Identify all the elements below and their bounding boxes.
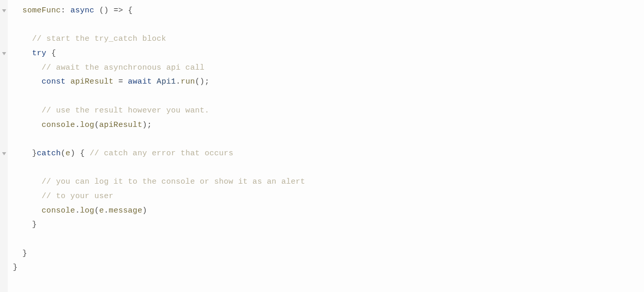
code-line[interactable]: // you can log it to the console or show… [13, 175, 305, 189]
gutter-row [0, 132, 8, 147]
token-op: => [113, 6, 123, 15]
token-keyword: try [32, 49, 46, 58]
token-comment: // you can log it to the console or show… [42, 177, 306, 186]
code-line[interactable]: someFunc: async () => { [13, 4, 305, 18]
code-line[interactable]: } [13, 261, 305, 275]
code-line[interactable]: console.log(e.message) [13, 204, 305, 218]
gutter-row [0, 232, 8, 247]
gutter-row [0, 4, 8, 18]
token-class: Api1 [157, 77, 176, 86]
gutter-row [0, 204, 8, 218]
token-keyword: async [71, 6, 95, 15]
token-comment: // to your user [42, 192, 114, 201]
fold-icon[interactable] [2, 9, 6, 12]
gutter-row [0, 18, 8, 33]
gutter-row [0, 61, 8, 75]
token-prop: message [109, 206, 142, 215]
code-area[interactable]: someFunc: async () => { // start the try… [8, 0, 305, 292]
fold-icon[interactable] [2, 52, 6, 55]
gutter-row [0, 104, 8, 118]
code-line[interactable]: // await the asynchronous api call [13, 61, 305, 75]
code-line[interactable]: // start the try_catch block [13, 32, 305, 46]
token-punct: ) { [71, 149, 90, 158]
token-comment: // use the result however you want. [42, 106, 210, 115]
token-punct: : [61, 6, 71, 15]
code-line[interactable] [13, 18, 305, 33]
token-punct: { [123, 6, 133, 15]
token-keyword: const [42, 77, 66, 86]
token-punct [65, 77, 70, 86]
token-comment: // catch any error that occurs [90, 149, 233, 158]
token-punct: { [46, 49, 56, 58]
token-ident: e [65, 149, 70, 158]
code-line[interactable]: console.log(apiResult); [13, 118, 305, 133]
code-line[interactable]: } [13, 218, 305, 232]
code-line[interactable] [13, 161, 305, 175]
fold-gutter [0, 0, 8, 292]
gutter-row [0, 175, 8, 189]
token-punct [152, 77, 157, 86]
token-punct: . [104, 206, 109, 215]
token-ident: apiResult [71, 77, 114, 86]
token-punct: } [23, 249, 27, 258]
gutter-row [0, 261, 8, 275]
code-line[interactable]: } [13, 247, 305, 261]
token-punct: ); [142, 121, 152, 129]
token-func: someFunc [23, 6, 61, 15]
token-punct: . [75, 121, 80, 129]
token-comment: // start the try_catch block [32, 35, 166, 43]
token-prop: log [80, 121, 94, 129]
token-op: = [113, 77, 128, 86]
token-prop: run [181, 77, 195, 86]
code-line[interactable]: }catch(e) { // catch any error that occu… [13, 147, 305, 161]
token-punct: } [32, 149, 37, 158]
token-punct: } [32, 220, 37, 229]
gutter-row [0, 89, 8, 104]
token-prop: log [80, 206, 94, 215]
token-punct: (); [195, 77, 210, 86]
gutter-row [0, 218, 8, 232]
gutter-row [0, 118, 8, 133]
token-punct: () [94, 6, 113, 15]
code-line[interactable]: // to your user [13, 189, 305, 204]
code-line[interactable] [13, 232, 305, 247]
gutter-row [0, 32, 8, 46]
code-line[interactable]: try { [13, 46, 305, 61]
fold-icon[interactable] [2, 152, 6, 155]
code-line[interactable]: // use the result however you want. [13, 104, 305, 118]
code-line[interactable]: const apiResult = await Api1.run(); [13, 75, 305, 89]
token-punct: . [75, 206, 80, 215]
code-line[interactable] [13, 89, 305, 104]
token-ident: e [99, 206, 104, 215]
gutter-row [0, 161, 8, 175]
token-punct: ( [61, 149, 65, 158]
gutter-row [0, 247, 8, 261]
code-line[interactable] [13, 132, 305, 147]
token-keyword: catch [37, 149, 61, 158]
token-ident: console [42, 121, 75, 129]
token-punct: ) [142, 206, 147, 215]
gutter-row [0, 46, 8, 61]
token-punct: } [13, 263, 18, 272]
gutter-row [0, 75, 8, 89]
gutter-row [0, 189, 8, 204]
token-keyword: await [128, 77, 152, 86]
code-editor[interactable]: someFunc: async () => { // start the try… [0, 0, 644, 292]
token-ident: console [42, 206, 75, 215]
gutter-row [0, 147, 8, 161]
token-punct: . [176, 77, 180, 86]
token-ident: apiResult [99, 121, 142, 129]
token-comment: // await the asynchronous api call [42, 63, 205, 72]
